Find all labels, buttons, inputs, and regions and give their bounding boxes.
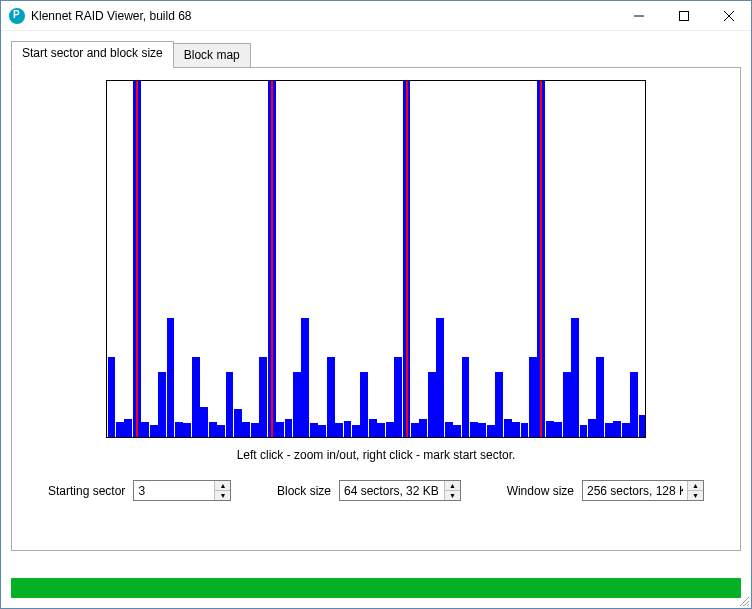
starting-sector-input[interactable] xyxy=(134,481,214,500)
svg-rect-1 xyxy=(679,11,688,20)
chart-bar xyxy=(386,422,394,437)
chart-bar xyxy=(251,423,259,437)
window-controls xyxy=(616,1,751,30)
chart-hint-text: Left click - zoom in/out, right click - … xyxy=(26,448,726,462)
chart-bar xyxy=(192,357,200,437)
chart-bar xyxy=(116,422,124,437)
chart-bar xyxy=(285,419,293,437)
chart-bar xyxy=(529,357,537,437)
start-sector-marker xyxy=(271,81,273,437)
window-size-spinner[interactable]: ▲ ▼ xyxy=(582,480,704,501)
window-size-up[interactable]: ▲ xyxy=(688,481,703,491)
chart-bar xyxy=(234,409,242,437)
starting-sector-spinner[interactable]: ▲ ▼ xyxy=(133,480,231,501)
starting-sector-group: Starting sector ▲ ▼ xyxy=(48,480,231,501)
block-size-down[interactable]: ▼ xyxy=(445,491,460,500)
chart-bar xyxy=(226,372,234,437)
app-icon xyxy=(9,8,25,24)
resize-grip[interactable] xyxy=(737,594,749,606)
chart-bar xyxy=(327,357,335,437)
chart-bar xyxy=(588,419,596,437)
chart-bar xyxy=(301,318,309,437)
chart-bar xyxy=(470,422,478,437)
maximize-button[interactable] xyxy=(661,1,706,30)
chart-bar xyxy=(259,357,267,437)
close-button[interactable] xyxy=(706,1,751,30)
entropy-chart[interactable] xyxy=(106,80,646,438)
window-size-input[interactable] xyxy=(583,481,687,500)
chart-bar xyxy=(453,425,461,437)
chart-bar xyxy=(394,357,402,437)
window-size-group: Window size ▲ ▼ xyxy=(507,480,704,501)
tab-strip: Start sector and block size Block map xyxy=(1,31,751,68)
chart-bar xyxy=(150,425,158,437)
chart-bar xyxy=(175,422,183,437)
chart-bar xyxy=(310,423,318,437)
window-title: Klennet RAID Viewer, build 68 xyxy=(31,9,616,23)
chart-bar xyxy=(487,425,495,437)
starting-sector-label: Starting sector xyxy=(48,484,125,498)
chart-bar xyxy=(276,422,284,437)
chart-bar xyxy=(639,415,646,437)
status-bar xyxy=(11,578,741,598)
chart-bar xyxy=(419,419,427,437)
chart-bar xyxy=(183,423,191,437)
starting-sector-up[interactable]: ▲ xyxy=(215,481,230,491)
window-size-down[interactable]: ▼ xyxy=(688,491,703,500)
chart-bar xyxy=(596,357,604,437)
chart-bar xyxy=(360,372,368,437)
chart-bar xyxy=(554,422,562,437)
chart-bar xyxy=(293,372,301,437)
block-size-group: Block size ▲ ▼ xyxy=(277,480,461,501)
block-size-input[interactable] xyxy=(340,481,444,500)
chart-bar xyxy=(335,423,343,437)
start-sector-marker xyxy=(136,81,138,437)
chart-bar xyxy=(630,372,638,437)
chart-bar xyxy=(478,423,486,437)
start-sector-marker xyxy=(406,81,408,437)
controls-row: Starting sector ▲ ▼ Block size ▲ ▼ Windo… xyxy=(26,480,726,501)
chart-bar xyxy=(546,421,554,437)
block-size-up[interactable]: ▲ xyxy=(445,481,460,491)
starting-sector-down[interactable]: ▼ xyxy=(215,491,230,500)
start-sector-marker xyxy=(540,81,542,437)
chart-bar xyxy=(436,318,444,437)
chart-bar xyxy=(158,372,166,437)
chart-bar xyxy=(580,425,588,437)
block-size-spinner[interactable]: ▲ ▼ xyxy=(339,480,461,501)
window-size-label: Window size xyxy=(507,484,574,498)
chart-bar xyxy=(242,422,250,437)
chart-bar xyxy=(411,423,419,437)
chart-bar xyxy=(209,422,217,437)
chart-bar xyxy=(571,318,579,437)
chart-bar xyxy=(613,421,621,437)
tab-panel: Left click - zoom in/out, right click - … xyxy=(11,67,741,551)
chart-bar xyxy=(495,372,503,437)
chart-bar xyxy=(167,318,175,437)
chart-bar xyxy=(512,422,520,437)
minimize-button[interactable] xyxy=(616,1,661,30)
chart-bar xyxy=(344,421,352,437)
chart-bar xyxy=(445,422,453,437)
chart-bar xyxy=(462,357,470,437)
block-size-label: Block size xyxy=(277,484,331,498)
chart-bar xyxy=(200,407,208,437)
chart-bar xyxy=(504,419,512,437)
chart-bar xyxy=(377,423,385,437)
chart-bar xyxy=(124,419,132,437)
chart-bar xyxy=(352,425,360,437)
chart-bar xyxy=(605,423,613,437)
chart-bar xyxy=(108,357,116,437)
title-bar: Klennet RAID Viewer, build 68 xyxy=(1,1,751,31)
tab-start-sector[interactable]: Start sector and block size xyxy=(11,41,174,68)
chart-bar xyxy=(369,419,377,437)
tab-block-map[interactable]: Block map xyxy=(173,43,251,68)
chart-bar xyxy=(428,372,436,437)
chart-bar xyxy=(318,425,326,437)
chart-bar xyxy=(141,422,149,437)
chart-bar xyxy=(622,423,630,437)
chart-bar xyxy=(563,372,571,437)
chart-bar xyxy=(217,425,225,437)
chart-bar xyxy=(521,423,529,437)
